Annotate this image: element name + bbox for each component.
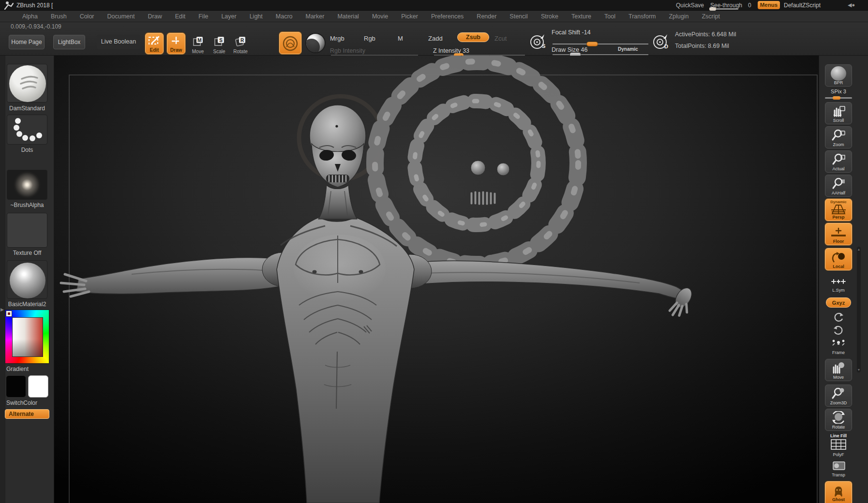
magnifier-aahalf-icon xyxy=(832,177,845,190)
menu-material[interactable]: Material xyxy=(337,13,359,20)
actual-size-button[interactable]: Actual xyxy=(825,150,852,173)
menu-alpha[interactable]: Alpha xyxy=(22,13,38,20)
gxyz-button[interactable]: Gxyz xyxy=(826,297,851,308)
menu-preferences[interactable]: Preferences xyxy=(431,13,464,20)
spix-slider-label[interactable]: SPix 3 xyxy=(819,89,858,94)
rgb-toggle[interactable]: Rgb xyxy=(364,35,375,42)
collapse-arrow-icon[interactable]: ◀● xyxy=(848,2,855,8)
rotate-gizmo-button[interactable]: R Rotate xyxy=(232,34,249,54)
frame-button[interactable]: Frame xyxy=(825,339,852,355)
draw-size-slider[interactable] xyxy=(553,54,648,55)
stroke-selector[interactable] xyxy=(7,115,47,145)
zsub-toggle[interactable]: Zsub xyxy=(457,32,489,42)
aahalf-button[interactable]: AAHalf xyxy=(825,175,852,197)
scroll-canvas-button[interactable]: Scroll xyxy=(825,102,852,124)
menu-document[interactable]: Document xyxy=(107,13,135,20)
color-picker-cursor[interactable] xyxy=(6,311,12,316)
secondary-color-swatch[interactable] xyxy=(28,375,48,398)
menu-zplugin[interactable]: Zplugin xyxy=(669,13,688,20)
color-picker[interactable] xyxy=(5,310,49,364)
canvas-render xyxy=(54,56,819,503)
menu-picker[interactable]: Picker xyxy=(401,13,418,20)
live-boolean-button[interactable]: Live Boolean xyxy=(97,35,140,49)
zoom-canvas-button[interactable]: Zoom xyxy=(825,126,852,148)
m-toggle[interactable]: M xyxy=(398,35,403,42)
see-through-slider-thumb[interactable] xyxy=(709,7,716,11)
focal-shift-slider[interactable] xyxy=(553,44,648,44)
menus-button[interactable]: Menus xyxy=(758,1,780,9)
dynamic-draw-size-toggle[interactable]: Dynamic xyxy=(618,46,638,52)
mrgb-toggle[interactable]: Mrgb xyxy=(330,35,344,42)
menu-color[interactable]: Color xyxy=(80,13,94,20)
rgb-intensity-slider-label[interactable]: Rgb Intensity xyxy=(330,47,365,54)
total-points-readout: TotalPoints: 8.69 Mil xyxy=(675,43,729,49)
rotate-canvas-button[interactable]: Rotate xyxy=(825,409,852,431)
menu-texture[interactable]: Texture xyxy=(571,13,591,20)
menu-edit[interactable]: Edit xyxy=(175,13,186,20)
menu-movie[interactable]: Movie xyxy=(372,13,388,20)
menu-file[interactable]: File xyxy=(198,13,208,20)
shelf-scrollbar[interactable]: ▲ ▼ xyxy=(857,247,861,372)
local-transform-button[interactable]: Local xyxy=(825,248,852,270)
ghost-transparency-button[interactable]: Ghost xyxy=(825,481,852,503)
alpha-selector[interactable] xyxy=(7,170,47,200)
main-color-swatch[interactable] xyxy=(6,375,26,398)
sculpt-canvas[interactable] xyxy=(54,56,819,503)
focal-shift-slider-thumb[interactable] xyxy=(587,42,598,46)
draw-size-slider-label[interactable]: Draw Size 46 xyxy=(552,46,587,53)
menu-macro[interactable]: Macro xyxy=(276,13,293,20)
brush-selector[interactable] xyxy=(7,64,47,103)
zoom3d-button[interactable]: Zoom3D xyxy=(825,385,852,407)
menu-light[interactable]: Light xyxy=(250,13,263,20)
switch-color-label[interactable]: SwitchColor xyxy=(6,399,37,406)
menu-render[interactable]: Render xyxy=(477,13,496,20)
draw-button[interactable]: Draw xyxy=(167,33,185,54)
menu-zscript[interactable]: Zscript xyxy=(702,13,720,20)
move-gizmo-button[interactable]: M Move xyxy=(190,34,206,54)
draw-crosshair-icon xyxy=(170,35,182,47)
orbit-rotate-icon[interactable] xyxy=(833,312,844,323)
focal-shift-slider-label[interactable]: Focal Shift -14 xyxy=(552,29,591,36)
see-through-slider[interactable] xyxy=(710,8,738,10)
bpr-render-button[interactable]: BPR xyxy=(825,64,852,87)
bpr-sphere-icon xyxy=(831,66,846,81)
orbit-spin-icon[interactable] xyxy=(833,325,844,336)
menu-tool[interactable]: Tool xyxy=(604,13,615,20)
menu-stencil[interactable]: Stencil xyxy=(509,13,528,20)
menu-transform[interactable]: Transform xyxy=(629,13,656,20)
material-selector[interactable] xyxy=(7,260,47,299)
current-brush-button[interactable] xyxy=(279,32,301,54)
perspective-button[interactable]: Dynamic Persp xyxy=(825,199,852,221)
spix-slider-thumb[interactable] xyxy=(833,96,840,100)
zcut-toggle[interactable]: Zcut xyxy=(494,35,507,42)
alternate-button[interactable]: Alternate xyxy=(5,409,49,419)
lightbox-button[interactable]: LightBox xyxy=(53,35,85,49)
gradient-label: Gradient xyxy=(6,366,29,372)
active-points-readout: ActivePoints: 6.648 Mil xyxy=(675,31,736,38)
spix-slider[interactable] xyxy=(825,97,852,99)
z-intensity-slider-label[interactable]: Z Intensity 33 xyxy=(433,47,469,54)
texture-selector[interactable] xyxy=(7,213,47,248)
stroke-spiral-icon[interactable]: S xyxy=(529,33,547,51)
edit-button[interactable]: Edit xyxy=(145,33,164,54)
home-page-button[interactable]: Home Page xyxy=(9,35,45,49)
floor-grid-button[interactable]: Floor xyxy=(825,223,852,245)
polyframe-button[interactable]: PolyF xyxy=(825,439,852,458)
draw-size-target-icon[interactable]: D xyxy=(652,33,670,51)
scale-gizmo-button[interactable]: S Scale xyxy=(211,34,227,54)
material-sphere-icon[interactable] xyxy=(306,34,325,52)
menu-stroke[interactable]: Stroke xyxy=(541,13,558,20)
menu-bar: Alpha Brush Color Document Draw Edit Fil… xyxy=(0,11,868,22)
quicksave-button[interactable]: QuickSave xyxy=(676,2,704,9)
move-canvas-button[interactable]: Move xyxy=(825,359,852,381)
default-zscript-button[interactable]: DefaultZScript xyxy=(784,2,821,9)
zadd-toggle[interactable]: Zadd xyxy=(428,35,443,42)
left-divider-rail[interactable]: ▶ xyxy=(0,56,5,503)
menu-layer[interactable]: Layer xyxy=(221,13,236,20)
transparency-button[interactable]: Transp xyxy=(825,461,852,477)
menu-marker[interactable]: Marker xyxy=(306,13,325,20)
menu-brush[interactable]: Brush xyxy=(51,13,67,20)
lsym-button[interactable]: L.Sym xyxy=(825,277,852,293)
color-picker-sv-square[interactable] xyxy=(13,318,43,356)
menu-draw[interactable]: Draw xyxy=(148,13,162,20)
